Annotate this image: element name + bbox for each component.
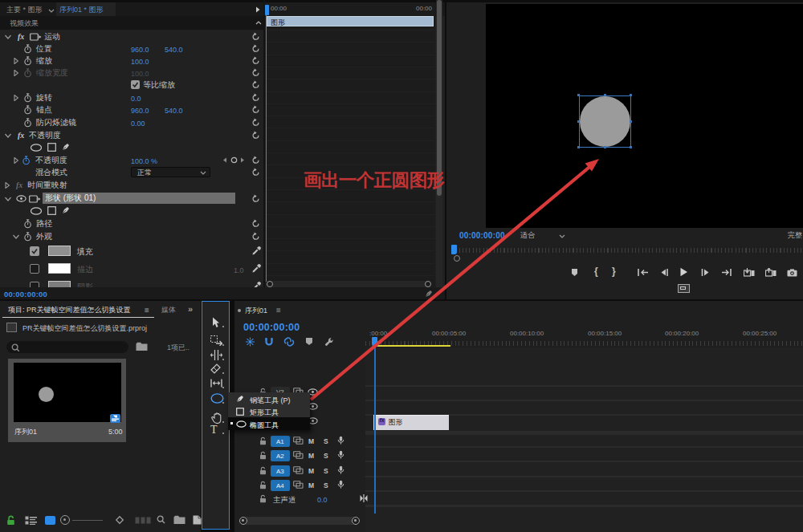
tools-panel: T bbox=[202, 301, 230, 530]
red-text: 画出一个正圆图形 bbox=[304, 168, 444, 193]
project-panel: 项目: PR关键帧空间差值怎么切换设置 ≡ 媒体 » PR关键帧空间差值怎么切换… bbox=[0, 301, 201, 532]
project-toolbar bbox=[0, 512, 201, 532]
clip[interactable]: fx 图形 bbox=[373, 415, 449, 430]
program-monitor: 00:00:00:00 适合 完整 { } bbox=[446, 0, 803, 299]
project-tab[interactable]: 项目: PR关键帧空间差值怎么切换设置 ≡ bbox=[2, 303, 154, 318]
timeline-tracks: fx 图形 bbox=[365, 347, 803, 532]
sequence-tile[interactable]: 序列01 5:00 bbox=[8, 359, 126, 442]
video-frame bbox=[486, 4, 803, 228]
effect-controls-panel: 主要 * 图形 序列01 * 图形 视频效果 fx运动 位置960.0540.0… bbox=[0, 0, 445, 299]
ecp-timeline: 00:00 00:00 图形 bbox=[265, 2, 435, 287]
tool-flyout: 钢笔工具 (P) 矩形工具 椭圆工具 bbox=[228, 392, 310, 430]
timeline-panel: 序列01 ≡ 00:00:00:00 :00:00 00:00:05:00 00… bbox=[234, 301, 803, 532]
ecp-params: fx运动 位置960.0540.0 缩放100.0 缩放宽度100.0 等比缩放… bbox=[0, 0, 263, 287]
premiere-pro-ui: 主要 * 图形 序列01 * 图形 视频效果 fx运动 位置960.0540.0… bbox=[0, 0, 803, 532]
